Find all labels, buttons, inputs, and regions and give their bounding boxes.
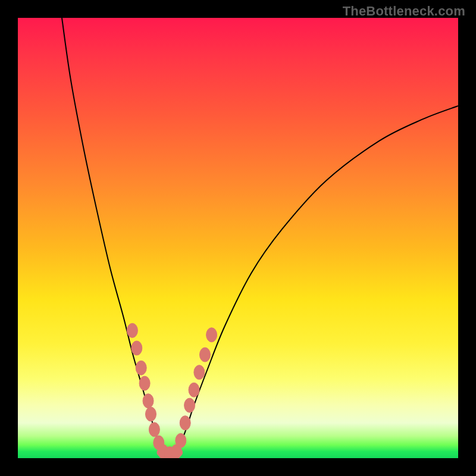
highlight-beads bbox=[127, 323, 217, 458]
bead-marker bbox=[136, 361, 146, 375]
bead-marker bbox=[200, 347, 211, 362]
bead-marker bbox=[127, 323, 137, 337]
bead-marker bbox=[189, 383, 199, 397]
bead-marker bbox=[176, 433, 186, 447]
bead-marker bbox=[180, 416, 190, 430]
bead-marker bbox=[143, 394, 154, 408]
plot-area bbox=[18, 18, 458, 458]
bead-marker bbox=[184, 398, 195, 412]
bead-marker bbox=[139, 376, 150, 390]
right-curve bbox=[176, 106, 458, 454]
watermark-text: TheBottleneck.com bbox=[343, 4, 465, 19]
chart-frame: TheBottleneck.com bbox=[0, 0, 476, 476]
bead-marker bbox=[131, 341, 142, 355]
bead-marker bbox=[206, 328, 217, 342]
bead-marker bbox=[194, 365, 205, 380]
bead-marker bbox=[149, 422, 159, 437]
curve-layer bbox=[18, 18, 458, 458]
bead-marker bbox=[145, 407, 156, 421]
